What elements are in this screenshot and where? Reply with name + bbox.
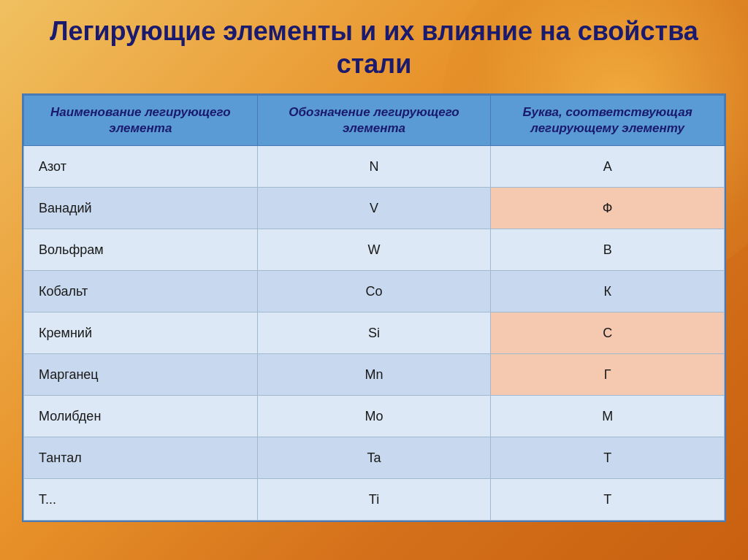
table-wrapper: Наименование легирующего элемента Обозна…	[22, 93, 726, 522]
page-container: Легирующие элементы и их влияние на свой…	[0, 0, 748, 560]
table-row: ТанталTaТ	[24, 437, 725, 479]
cell-letter: Ф	[491, 188, 725, 229]
cell-name: Ванадий	[24, 188, 258, 229]
table-row: КобальтCoК	[24, 271, 725, 312]
cell-symbol: Mn	[257, 354, 491, 396]
cell-name: Тантал	[24, 437, 258, 479]
cell-letter: А	[491, 146, 725, 188]
cell-letter: М	[491, 396, 725, 437]
cell-letter: Т	[491, 479, 725, 521]
cell-letter: В	[491, 229, 725, 271]
table-row: МолибденMoМ	[24, 396, 725, 437]
table-row: МарганецMnГ	[24, 354, 725, 396]
cell-name: Азот	[24, 146, 258, 188]
table-row: Т...TiТ	[24, 479, 725, 521]
cell-symbol: N	[257, 146, 491, 188]
cell-letter: Т	[491, 437, 725, 479]
cell-name: Вольфрам	[24, 229, 258, 271]
cell-letter: К	[491, 271, 725, 312]
cell-symbol: Mo	[257, 396, 491, 437]
table-header-row: Наименование легирующего элемента Обозна…	[24, 96, 725, 146]
table-row: АзотNА	[24, 146, 725, 188]
cell-letter: С	[491, 312, 725, 354]
cell-symbol: Si	[257, 312, 491, 354]
cell-symbol: V	[257, 188, 491, 229]
cell-name: Молибден	[24, 396, 258, 437]
col-header-symbol: Обозначение легирующего элемента	[257, 96, 491, 146]
elements-table: Наименование легирующего элемента Обозна…	[23, 95, 725, 521]
table-row: ВольфрамWВ	[24, 229, 725, 271]
cell-symbol: Ta	[257, 437, 491, 479]
table-row: КремнийSiС	[24, 312, 725, 354]
cell-symbol: Ti	[257, 479, 491, 521]
col-header-name: Наименование легирующего элемента	[24, 96, 258, 146]
cell-symbol: Co	[257, 271, 491, 312]
cell-symbol: W	[257, 229, 491, 271]
cell-name: Т...	[24, 479, 258, 521]
table-row: ВанадийVФ	[24, 188, 725, 229]
cell-name: Кремний	[24, 312, 258, 354]
cell-name: Марганец	[24, 354, 258, 396]
col-header-letter: Буква, соответствующая легирующему элеме…	[491, 96, 725, 146]
cell-letter: Г	[491, 354, 725, 396]
page-title: Легирующие элементы и их влияние на свой…	[22, 15, 726, 80]
cell-name: Кобальт	[24, 271, 258, 312]
